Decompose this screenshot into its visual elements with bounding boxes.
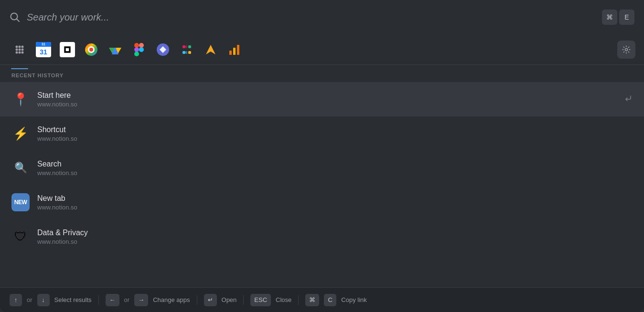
app-bar: 31 31 (0, 34, 644, 65)
esc-key: ESC (250, 294, 271, 306)
e-key: E (619, 10, 634, 25)
app-slack[interactable] (176, 39, 198, 61)
svg-rect-31 (229, 51, 232, 55)
svg-rect-22 (134, 52, 139, 56)
divider3 (243, 295, 244, 305)
svg-point-10 (21, 51, 24, 53)
item-url-shortcut: www.notion.so (37, 135, 77, 142)
section-label: RECENT HISTORY (0, 65, 644, 82)
item-enter-icon (624, 94, 633, 105)
history-item-start-here[interactable]: 📍 Start here www.notion.so (0, 82, 644, 116)
svg-point-9 (19, 51, 21, 53)
item-title-search: Search (37, 160, 77, 168)
history-item-shortcut[interactable]: ⚡ Shortcut www.notion.so (0, 116, 644, 151)
svg-rect-20 (134, 47, 139, 52)
divider4 (298, 295, 299, 305)
settings-button[interactable] (617, 41, 635, 59)
app-google-calendar[interactable]: 31 31 (32, 39, 54, 61)
item-title-start-here: Start here (37, 91, 77, 100)
change-apps-label: Change apps (153, 296, 190, 303)
keyboard-shortcut-display: ⌘ E (602, 10, 634, 25)
svg-rect-32 (233, 48, 236, 55)
app-all[interactable] (9, 39, 31, 61)
search-input[interactable] (27, 12, 595, 23)
svg-point-21 (139, 47, 144, 52)
item-icon-shortcut: ⚡ (11, 125, 30, 143)
divider2 (197, 295, 197, 305)
copy-link-label: Copy link (341, 296, 366, 303)
select-results-label: Select results (54, 296, 92, 303)
svg-point-8 (16, 51, 18, 53)
svg-point-2 (16, 45, 18, 48)
open-label: Open (222, 296, 237, 303)
c-key: C (324, 294, 336, 306)
item-url-new-tab: www.notion.so (37, 204, 77, 211)
item-url-search: www.notion.so (37, 169, 77, 177)
svg-rect-18 (134, 43, 139, 48)
svg-point-6 (19, 48, 21, 51)
svg-marker-30 (206, 45, 215, 54)
svg-point-5 (16, 48, 18, 51)
svg-rect-19 (139, 43, 144, 48)
svg-rect-26 (188, 45, 191, 48)
item-url-data-privacy: www.notion.so (37, 238, 88, 245)
enter-key: ↵ (204, 294, 217, 306)
app-linear[interactable] (152, 39, 174, 61)
item-title-new-tab: New tab (37, 194, 77, 203)
history-list: 📍 Start here www.notion.so ⚡ Shortcut ww… (0, 82, 644, 287)
svg-rect-28 (185, 45, 187, 48)
divider1 (98, 295, 99, 305)
svg-point-7 (21, 48, 24, 51)
history-item-data-privacy[interactable]: 🛡 Data & Privacy www.notion.so (0, 219, 644, 254)
svg-point-3 (19, 45, 21, 48)
history-item-new-tab[interactable]: NEW New tab www.notion.so (0, 185, 644, 219)
item-icon-start-here: 📍 (11, 90, 30, 108)
app-notion[interactable] (56, 39, 78, 61)
history-item-search[interactable]: 🔍 Search www.notion.so (0, 151, 644, 185)
close-label: Close (276, 296, 291, 303)
svg-point-13 (89, 48, 93, 52)
bottom-bar: ↑ or ↓ Select results ← or → Change apps… (0, 287, 644, 312)
item-icon-search: 🔍 (11, 159, 30, 177)
app-figma[interactable] (128, 39, 150, 61)
left-key: ← (106, 294, 119, 306)
item-title-shortcut: Shortcut (37, 125, 77, 134)
app-google-meet[interactable] (80, 39, 102, 61)
right-key: → (134, 294, 148, 306)
search-bar: ⌘ E (0, 0, 644, 34)
item-title-data-privacy: Data & Privacy (37, 229, 88, 237)
item-url-start-here: www.notion.so (37, 101, 77, 108)
sep1: or (27, 296, 32, 303)
search-icon (10, 12, 20, 22)
down-key: ↓ (37, 294, 50, 306)
svg-rect-33 (237, 45, 239, 55)
svg-rect-24 (182, 45, 185, 48)
svg-point-4 (21, 45, 24, 48)
app-google-drive[interactable] (104, 39, 126, 61)
svg-rect-29 (185, 51, 187, 54)
app-superhuman[interactable] (200, 39, 222, 61)
item-icon-new-tab: NEW (11, 193, 30, 211)
svg-point-34 (625, 48, 628, 51)
up-key: ↑ (10, 294, 22, 306)
svg-line-1 (17, 19, 20, 22)
sep2: or (124, 296, 130, 303)
cmd-key: ⌘ (602, 10, 617, 25)
svg-rect-25 (182, 51, 185, 54)
app-analytics[interactable] (224, 39, 246, 61)
cmd-key-bottom: ⌘ (305, 294, 319, 306)
item-icon-data-privacy: 🛡 (11, 228, 30, 246)
svg-rect-27 (188, 51, 191, 54)
